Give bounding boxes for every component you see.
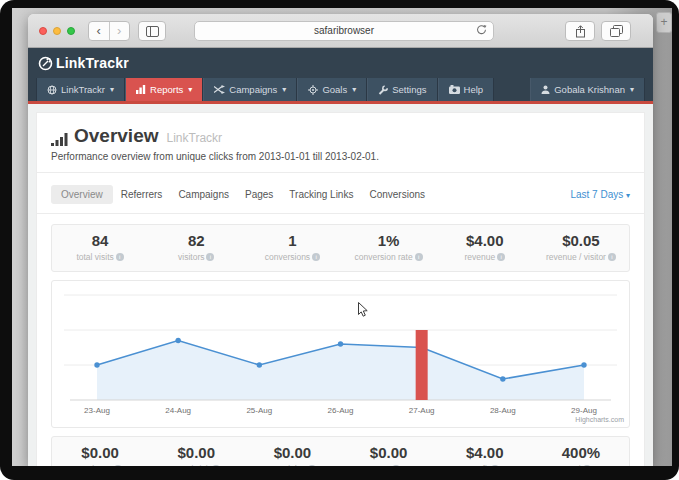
- info-icon[interactable]: i: [497, 253, 505, 261]
- bar-chart-icon: [136, 85, 146, 94]
- browser-window: ‹ › safaribrowser: [28, 14, 653, 466]
- svg-text:23-Aug: 23-Aug: [84, 406, 110, 415]
- stat-value: 1: [244, 232, 340, 249]
- stat-total-visits: 84 total visitsi: [52, 225, 148, 271]
- stat-value: $0.05: [533, 232, 629, 249]
- user-menu[interactable]: Gobala Krishnan ▾: [530, 78, 645, 101]
- info-icon[interactable]: i: [206, 253, 214, 261]
- page-subtitle: Performance overview from unique clicks …: [51, 151, 630, 162]
- info-icon[interactable]: i: [308, 465, 316, 466]
- sidebar-icon: [146, 26, 159, 37]
- back-button[interactable]: ‹: [89, 22, 109, 40]
- share-icon: [575, 25, 586, 38]
- site-header: LinkTrackr: [28, 48, 653, 78]
- nav-item-help[interactable]: Help: [438, 78, 495, 101]
- stat-value: 1%: [341, 232, 437, 249]
- globe-icon: [47, 85, 57, 95]
- info-icon[interactable]: i: [415, 253, 423, 261]
- stats-bars-icon: [51, 132, 68, 147]
- info-icon[interactable]: i: [312, 253, 320, 261]
- chevron-down-icon: ▾: [626, 191, 630, 200]
- chevron-down-icon: ▾: [188, 85, 192, 94]
- tabs-overview-icon: [610, 25, 623, 37]
- nav-label: Settings: [392, 84, 426, 95]
- share-button[interactable]: [565, 21, 595, 41]
- chevron-down-icon: ▾: [630, 85, 634, 94]
- tab-campaigns[interactable]: Campaigns: [170, 185, 237, 204]
- forward-button[interactable]: ›: [109, 22, 130, 40]
- stat-conversion-rate: 1% conversion ratei: [341, 225, 437, 271]
- stat-cpa: $0.00 cpai: [341, 437, 437, 466]
- stat-conversions: 1 conversionsi: [244, 225, 340, 271]
- tab-pages[interactable]: Pages: [237, 185, 281, 204]
- svg-text:29-Aug: 29-Aug: [571, 406, 597, 415]
- stat-label: profit: [470, 464, 489, 466]
- stat-value: $0.00: [244, 444, 340, 461]
- history-nav-group: ‹ ›: [88, 21, 130, 41]
- chevron-down-icon: ▾: [352, 85, 356, 94]
- nav-item-campaigns[interactable]: Campaigns ▾: [203, 78, 297, 101]
- svg-text:25-Aug: 25-Aug: [246, 406, 272, 415]
- linktrackr-logo[interactable]: LinkTrackr: [38, 55, 129, 71]
- info-icon[interactable]: i: [114, 465, 122, 466]
- zoom-window-button[interactable]: [67, 27, 75, 35]
- reload-icon[interactable]: [476, 22, 487, 40]
- stat-value: $4.00: [437, 232, 533, 249]
- page-title-brand: LinkTrackr: [167, 131, 223, 147]
- close-window-button[interactable]: [39, 27, 47, 35]
- stat-label: conversions: [265, 252, 310, 262]
- stat-value: $4.00: [437, 444, 533, 461]
- sidebar-toggle-button[interactable]: [138, 21, 166, 41]
- info-icon[interactable]: i: [116, 253, 124, 261]
- svg-text:28-Aug: 28-Aug: [490, 406, 516, 415]
- show-all-tabs-button[interactable]: [601, 21, 631, 41]
- new-tab-button[interactable]: +: [656, 12, 672, 33]
- info-icon[interactable]: i: [583, 465, 591, 466]
- nav-accent-divider: [28, 101, 653, 104]
- chevron-down-icon: ▾: [110, 85, 114, 94]
- info-icon[interactable]: i: [392, 465, 400, 466]
- address-bar[interactable]: safaribrowser: [194, 21, 494, 41]
- nav-item-reports[interactable]: Reports ▾: [125, 78, 203, 101]
- tab-conversions[interactable]: Conversions: [361, 185, 433, 204]
- stat-label: roi: [571, 464, 580, 466]
- stat-revenue: $4.00 revenuei: [437, 225, 533, 271]
- stat-label: total cost: [78, 464, 112, 466]
- report-tabs: Overview Referrers Campaigns Pages Track…: [37, 173, 644, 214]
- stat-cost-day: $0.00 cost / dayi: [244, 437, 340, 466]
- stat-label: revenue / visitor: [546, 252, 606, 262]
- mouse-cursor: [358, 302, 368, 317]
- svg-text:Highcharts.com: Highcharts.com: [575, 416, 624, 424]
- date-range-dropdown[interactable]: Last 7 Days ▾: [570, 189, 630, 200]
- visits-chart: 23-Aug24-Aug25-Aug26-Aug27-Aug28-Aug29-A…: [52, 281, 629, 427]
- minimize-window-button[interactable]: [53, 27, 61, 35]
- svg-text:24-Aug: 24-Aug: [165, 406, 191, 415]
- stat-profit: $4.00 profiti: [437, 437, 533, 466]
- info-icon[interactable]: i: [212, 465, 220, 466]
- user-icon: [541, 85, 550, 94]
- tab-referrers[interactable]: Referrers: [113, 185, 171, 204]
- tab-overview[interactable]: Overview: [51, 185, 113, 204]
- desktop-background: + ‹ › safaribrowser: [12, 8, 672, 466]
- stat-total-cost: $0.00 total costi: [52, 437, 148, 466]
- nav-item-goals[interactable]: Goals ▾: [297, 78, 367, 101]
- stat-value: 84: [52, 232, 148, 249]
- target-icon: [308, 85, 318, 95]
- stat-label: revenue: [464, 252, 495, 262]
- wrench-icon: [378, 85, 388, 95]
- info-icon[interactable]: i: [491, 465, 499, 466]
- browser-toolbar: ‹ › safaribrowser: [28, 14, 653, 48]
- stat-label: visitors: [178, 252, 204, 262]
- tab-tracking-links[interactable]: Tracking Links: [281, 185, 361, 204]
- stat-label: cost / day: [269, 464, 305, 466]
- info-icon[interactable]: i: [608, 253, 616, 261]
- camera-icon: [449, 85, 460, 94]
- linktrackr-logo-icon: [38, 56, 53, 71]
- content-card: Overview LinkTrackr Performance overview…: [36, 112, 645, 466]
- stat-revenue-visitor: $0.05 revenue / visitori: [533, 225, 629, 271]
- visits-chart-panel: 23-Aug24-Aug25-Aug26-Aug27-Aug28-Aug29-A…: [51, 280, 630, 428]
- nav-item-linktrackr[interactable]: LinkTrackr ▾: [36, 78, 125, 101]
- nav-item-settings[interactable]: Settings: [367, 78, 437, 101]
- nav-label: LinkTrackr: [61, 84, 105, 95]
- stat-label: total visits: [76, 252, 113, 262]
